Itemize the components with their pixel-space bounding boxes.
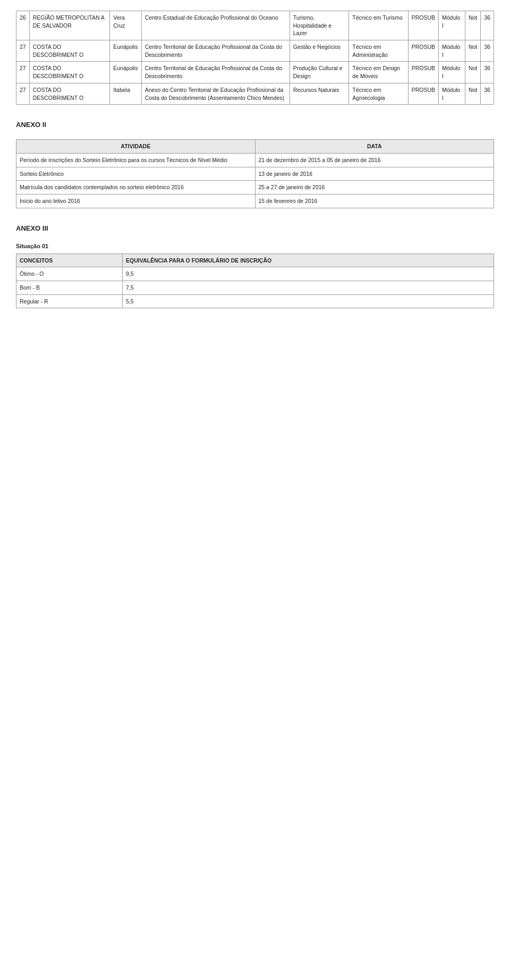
data-cell: 21 de dezembro de 2015 a 05 de janeiro d…: [255, 153, 494, 167]
conceito-cell: Regular - R: [16, 294, 123, 308]
modulo-cell: Módulo I: [438, 62, 465, 83]
tecnico-cell: Técnico em Agroecologia: [349, 83, 408, 104]
situacao-label: Situação 01: [16, 243, 494, 249]
data-cell: 13 de janeiro de 2016: [255, 167, 494, 181]
anexo-ii-row: Período de inscrições do Sorteio Eletrôn…: [16, 153, 494, 167]
atividade-header: ATIVIDADE: [16, 140, 256, 154]
conceito-row: Regular - R 5,5: [16, 294, 494, 308]
anexo-ii-row: Matrícula dos candidatos contemplados no…: [16, 181, 494, 195]
modulo-cell: Módulo I: [438, 40, 465, 62]
programa-cell: PROSUB: [408, 62, 438, 83]
table-row: 27 COSTA DO DESCOBRIMENT O Eunápolis Cen…: [16, 40, 494, 62]
curso-cell: Gestão e Negócios: [290, 40, 349, 62]
regiao-cell: REGIÃO METROPOLITAN A DE SALVADOR: [29, 11, 110, 40]
vagas-cell: 36: [481, 83, 494, 104]
data-header: DATA: [255, 140, 494, 154]
cidade-cell: Vera Cruz: [110, 11, 141, 40]
table-row: 27 COSTA DO DESCOBRIMENT O Eunápolis Cen…: [16, 62, 494, 83]
conceito-row: Ótimo - O 9,5: [16, 267, 494, 281]
regiao-cell: COSTA DO DESCOBRIMENT O: [29, 40, 110, 62]
vagas-cell: 36: [481, 11, 494, 40]
valor-cell: 9,5: [123, 267, 494, 281]
regiao-cell: COSTA DO DESCOBRIMENT O: [29, 83, 110, 104]
cidade-cell: Eunápolis: [110, 62, 141, 83]
table-row: 26 REGIÃO METROPOLITAN A DE SALVADOR Ver…: [16, 11, 494, 40]
centro-cell: Centro Territorial de Educação Profissio…: [141, 62, 290, 83]
programa-cell: PROSUB: [408, 83, 438, 104]
tecnico-cell: Técnico em Administração: [349, 40, 408, 62]
valor-cell: 7,5: [123, 281, 494, 295]
num-cell: 27: [16, 40, 30, 62]
tecnico-cell: Técnico em Design de Móveis: [349, 62, 408, 83]
centro-cell: Centro Territorial de Educação Profissio…: [141, 40, 290, 62]
programa-cell: PROSUB: [408, 40, 438, 62]
not-cell: Not: [465, 11, 480, 40]
conceito-cell: Bom - B: [16, 281, 123, 295]
data-cell: 15 de fevereiro de 2016: [255, 194, 494, 208]
modulo-cell: Módulo I: [438, 83, 465, 104]
tecnico-cell: Técnico em Turismo: [349, 11, 408, 40]
cidade-cell: Eunápolis: [110, 40, 141, 62]
curso-cell: Turismo, Hospitalidade e Lazer: [290, 11, 349, 40]
valor-cell: 5,5: [123, 294, 494, 308]
anexo-ii-row: Sorteio Eletrônico 13 de janeiro de 2016: [16, 167, 494, 181]
main-table: 26 REGIÃO METROPOLITAN A DE SALVADOR Ver…: [16, 11, 494, 105]
num-cell: 27: [16, 83, 30, 104]
regiao-cell: COSTA DO DESCOBRIMENT O: [29, 62, 110, 83]
vagas-cell: 36: [481, 40, 494, 62]
vagas-cell: 36: [481, 62, 494, 83]
anexo-iii-title: ANEXO III: [16, 224, 494, 232]
table-row: 27 COSTA DO DESCOBRIMENT O Itabela Anexo…: [16, 83, 494, 104]
curso-cell: Recursos Naturais: [290, 83, 349, 104]
curso-cell: Produção Cultural e Design: [290, 62, 349, 83]
equivalencia-header: EQUIVALÊNCIA PARA O FORMULÁRIO DE INSCRI…: [123, 254, 494, 267]
not-cell: Not: [465, 83, 480, 104]
conceitos-table: CONCEITOS EQUIVALÊNCIA PARA O FORMULÁRIO…: [16, 254, 494, 309]
anexo-ii-row: Início do ano letivo 2016 15 de fevereir…: [16, 194, 494, 208]
atividade-cell: Início do ano letivo 2016: [16, 194, 256, 208]
cidade-cell: Itabela: [110, 83, 141, 104]
conceito-row: Bom - B 7,5: [16, 281, 494, 295]
num-cell: 27: [16, 62, 30, 83]
centro-cell: Centro Estadual de Educação Profissional…: [141, 11, 290, 40]
centro-cell: Anexo do Centro Territorial de Educação …: [141, 83, 290, 104]
data-cell: 25 a 27 de janeiro de 2016: [255, 181, 494, 195]
not-cell: Not: [465, 62, 480, 83]
conceito-cell: Ótimo - O: [16, 267, 123, 281]
modulo-cell: Módulo I: [438, 11, 465, 40]
atividade-cell: Matrícula dos candidatos contemplados no…: [16, 181, 256, 195]
conceitos-header: CONCEITOS: [16, 254, 123, 267]
atividade-cell: Período de inscrições do Sorteio Eletrôn…: [16, 153, 256, 167]
atividade-cell: Sorteio Eletrônico: [16, 167, 256, 181]
anexo-ii-title: ANEXO II: [16, 121, 494, 129]
num-cell: 26: [16, 11, 30, 40]
programa-cell: PROSUB: [408, 11, 438, 40]
anexo-ii-table: ATIVIDADE DATA Período de inscrições do …: [16, 139, 494, 208]
not-cell: Not: [465, 40, 480, 62]
